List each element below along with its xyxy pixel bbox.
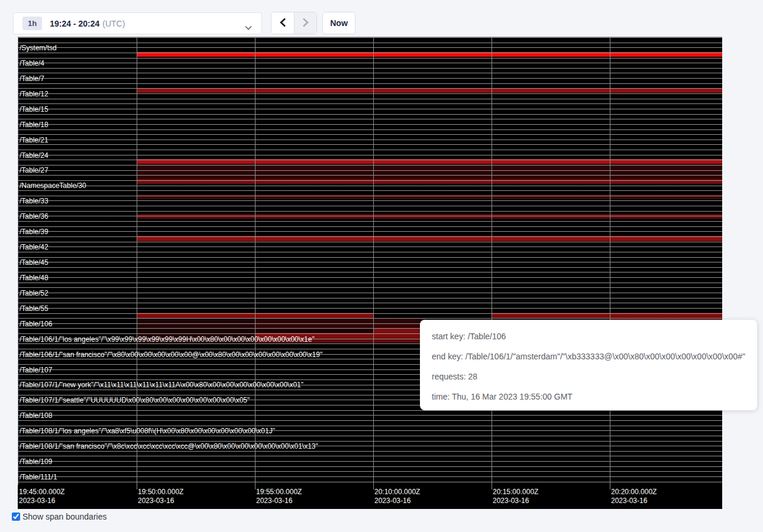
- row-label: /Table/107/1/"new york"/"\x11\x11\x11\x1…: [20, 381, 303, 388]
- span-boundaries-label: Show span boundaries: [22, 512, 106, 521]
- heat-band[interactable]: [137, 52, 722, 57]
- row-label: /Table/39: [20, 228, 49, 235]
- timezone-label: (UTC): [102, 19, 125, 28]
- row-label: /Table/4: [20, 60, 44, 67]
- span-tooltip: start key: /Table/106 end key: /Table/10…: [420, 320, 757, 410]
- row-label: /Table/55: [20, 305, 49, 312]
- row-label: /Table/106/1/"san francisco"/"\x80\x00\x…: [20, 351, 322, 358]
- heat-band[interactable]: [137, 179, 722, 184]
- row-label: /Table/111/1: [20, 473, 57, 481]
- row-label: /Table/107: [20, 366, 52, 374]
- row-label: /Table/7: [20, 75, 44, 82]
- heat-band[interactable]: [373, 328, 426, 333]
- row-label: /Table/106/1/"los angeles"/"\x99\x99\x99…: [20, 336, 315, 343]
- x-axis-label: 20:15:00.000Z2023-03-16: [493, 488, 538, 505]
- time-gridline: [137, 37, 137, 489]
- time-range-selector[interactable]: 1h 19:24 - 20:24 (UTC): [13, 12, 262, 34]
- heat-band[interactable]: [137, 323, 255, 328]
- x-axis-label: 19:50:00.000Z2023-03-16: [138, 488, 183, 505]
- time-gridline: [373, 37, 374, 489]
- row-label: /Table/52: [20, 290, 49, 297]
- heat-band[interactable]: [137, 88, 722, 93]
- heat-band[interactable]: [255, 323, 426, 328]
- row-label: /System/tsd: [20, 44, 57, 51]
- heat-band[interactable]: [137, 159, 722, 164]
- row-label: /Table/15: [20, 106, 49, 113]
- row-label: /Table/42: [20, 244, 49, 251]
- row-label: /Table/107/1/"seattle"/"UUUUUUD\x00\x80\…: [20, 397, 250, 404]
- footer-controls: Show span boundaries: [12, 512, 106, 521]
- x-axis-label: 19:55:00.000Z2023-03-16: [256, 488, 302, 505]
- row-label: /Table/108: [20, 412, 52, 419]
- heat-band[interactable]: [137, 236, 722, 241]
- time-gridline: [610, 37, 610, 489]
- row-label: /Table/106: [20, 320, 52, 327]
- row-label: /Table/48: [20, 274, 49, 281]
- heat-band[interactable]: [255, 319, 426, 323]
- tooltip-requests: requests: 28: [432, 366, 757, 387]
- row-label: /Table/33: [20, 197, 49, 205]
- row-label: /Table/108/1/"los angeles"/"\xa8\xf5\u00…: [20, 427, 275, 434]
- now-button[interactable]: Now: [322, 12, 355, 34]
- keyviz-canvas[interactable]: /System/tsd/Table/4/Table/7/Table/12/Tab…: [18, 37, 722, 509]
- tooltip-start-key: start key: /Table/106: [432, 326, 757, 346]
- heat-band[interactable]: [137, 194, 722, 199]
- chevron-down-icon: [245, 22, 252, 33]
- row-label: /Table/45: [20, 259, 49, 266]
- row-label: /NamespaceTable/30: [20, 182, 86, 189]
- tooltip-end-key: end key: /Table/106/1/"amsterdam"/"\xb33…: [432, 346, 757, 366]
- row-label: /Table/108/1/"san francisco"/"\x8c\xcc\x…: [20, 443, 318, 450]
- chevron-left-icon: [280, 18, 286, 29]
- row-label: /Table/18: [20, 121, 49, 128]
- row-label: /Table/24: [20, 152, 49, 159]
- span-boundary-grid: [18, 37, 722, 485]
- heat-band[interactable]: [137, 214, 722, 219]
- heat-band[interactable]: [137, 319, 255, 323]
- prev-timeframe-button[interactable]: [271, 12, 294, 34]
- row-label: /Table/27: [20, 167, 49, 174]
- next-timeframe-button[interactable]: [294, 12, 316, 34]
- span-boundaries-checkbox[interactable]: [12, 512, 20, 521]
- heat-band[interactable]: [492, 313, 722, 319]
- tooltip-time: time: Thu, 16 Mar 2023 19:55:00 GMT: [432, 387, 757, 407]
- x-axis-label: 20:10:00.000Z2023-03-16: [374, 488, 420, 505]
- chevron-right-icon: [302, 18, 309, 29]
- time-range-label: 19:24 - 20:24: [50, 19, 99, 28]
- time-nav-group: [271, 12, 317, 34]
- row-label: /Table/12: [20, 90, 49, 98]
- row-label: /Table/36: [20, 213, 49, 220]
- row-label: /Table/21: [20, 137, 49, 144]
- time-gridline: [492, 37, 492, 489]
- duration-badge: 1h: [22, 17, 42, 30]
- x-axis-label: 20:20:00.000Z2023-03-16: [611, 488, 657, 505]
- row-label: /Table/109: [20, 458, 52, 465]
- x-axis-label: 19:45:00.000Z2023-03-16: [19, 488, 64, 505]
- time-gridline: [255, 37, 256, 489]
- heat-band[interactable]: [137, 164, 722, 179]
